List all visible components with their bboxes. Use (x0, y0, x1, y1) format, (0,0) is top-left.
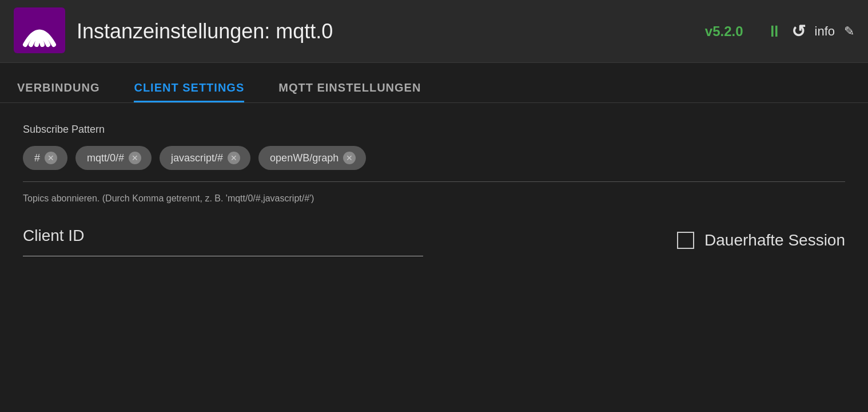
version-badge: v5.2.0 (705, 23, 743, 39)
header: Instanzeinstellungen: mqtt.0 v5.2.0 ⏸ ↺ … (0, 0, 868, 63)
tab-mqtt-einstellungen[interactable]: MQTT EINSTELLUNGEN (278, 81, 421, 102)
tag-mqtt-remove-button[interactable]: ✕ (129, 152, 141, 164)
info-button[interactable]: info (815, 24, 835, 39)
tags-container: # ✕ mqtt/0/# ✕ javascript/# ✕ openWB/gra… (23, 146, 845, 170)
tab-client-settings[interactable]: CLIENT SETTINGS (134, 81, 244, 102)
header-controls: ⏸ ↺ info ✎ (766, 21, 854, 41)
client-id-section: Client ID (23, 227, 423, 256)
subscribe-divider (23, 181, 845, 182)
edit-button[interactable]: ✎ (844, 24, 854, 39)
tabs-bar: VERBINDUNG CLIENT SETTINGS MQTT EINSTELL… (0, 63, 868, 103)
tag-openwb: openWB/graph ✕ (258, 146, 366, 170)
tag-hash: # ✕ (23, 146, 67, 170)
tag-mqtt-value: mqtt/0/# (87, 152, 124, 164)
reload-button[interactable]: ↺ (791, 21, 806, 41)
persistent-session-checkbox[interactable] (677, 232, 694, 249)
tag-openwb-remove-button[interactable]: ✕ (343, 152, 356, 164)
tag-openwb-value: openWB/graph (270, 152, 339, 164)
subscribe-hint: Topics abonnieren. (Durch Komma getrennt… (23, 193, 845, 204)
bottom-row: Client ID Dauerhafte Session (23, 227, 845, 256)
page-title: Instanzeinstellungen: mqtt.0 (77, 19, 694, 43)
client-id-underline (23, 251, 423, 256)
tab-verbindung[interactable]: VERBINDUNG (17, 81, 99, 102)
persistent-session-section: Dauerhafte Session (677, 231, 845, 249)
tag-javascript: javascript/# ✕ (160, 146, 250, 170)
tag-javascript-value: javascript/# (171, 152, 223, 164)
tag-mqtt: mqtt/0/# ✕ (75, 146, 152, 170)
tag-javascript-remove-button[interactable]: ✕ (228, 152, 240, 164)
tag-hash-value: # (34, 152, 40, 164)
client-id-label: Client ID (23, 227, 423, 245)
app-logo (14, 7, 65, 56)
tag-hash-remove-button[interactable]: ✕ (45, 152, 57, 164)
persistent-session-label: Dauerhafte Session (704, 231, 845, 249)
pause-button[interactable]: ⏸ (766, 22, 782, 41)
content-area: Subscribe Pattern # ✕ mqtt/0/# ✕ javascr… (0, 103, 868, 277)
subscribe-pattern-label: Subscribe Pattern (23, 124, 845, 136)
